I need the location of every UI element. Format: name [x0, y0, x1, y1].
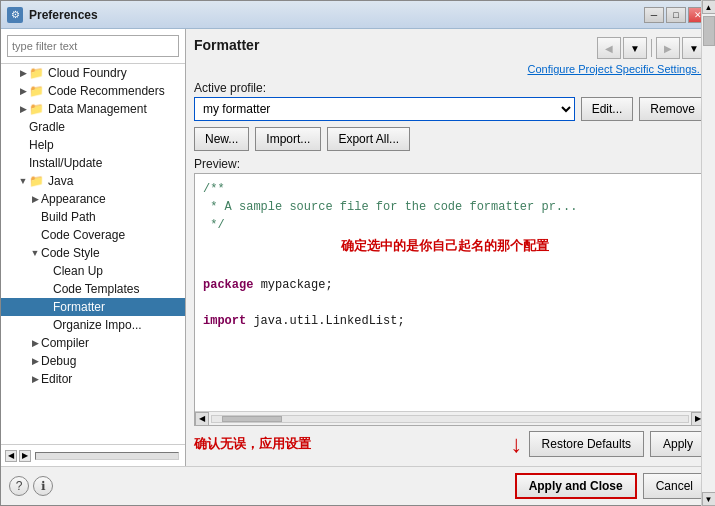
- tree-arrow: ▶: [17, 86, 29, 96]
- tree-arrow: [17, 158, 29, 168]
- filter-box: [1, 29, 185, 64]
- forward-button[interactable]: ▶: [656, 37, 680, 59]
- preview-label: Preview:: [194, 157, 706, 171]
- tree-item-build-path[interactable]: Build Path: [1, 208, 185, 226]
- tree-item-code-recommenders[interactable]: ▶ 📁 Code Recommenders: [1, 82, 185, 100]
- left-panel: ▶ 📁 Cloud Foundry ▶ 📁 Code Recommenders …: [1, 29, 186, 466]
- tree-item-java[interactable]: ▼ 📁 Java: [1, 172, 185, 190]
- tree-label: Code Style: [41, 246, 100, 260]
- tree-arrow: ▶: [17, 104, 29, 114]
- code-comment-1: /**: [203, 182, 225, 196]
- tree-item-compiler[interactable]: ▶ Compiler: [1, 334, 185, 352]
- apply-and-close-button[interactable]: Apply and Close: [515, 473, 637, 499]
- preview-inner: /** * A sample source file for the code …: [195, 174, 705, 411]
- tree-arrow: [41, 284, 53, 294]
- tree-label: Compiler: [41, 336, 89, 350]
- panel-title: Formatter: [194, 37, 259, 53]
- tree-label: Java: [48, 174, 73, 188]
- tree-item-data-management[interactable]: ▶ 📁 Data Management: [1, 100, 185, 118]
- preview-scrollbar: ▲ ▼: [701, 174, 705, 411]
- preferences-window: ⚙ Preferences ─ □ ✕ ▶ 📁 Cloud Foundry: [0, 0, 715, 506]
- annotation-1: 确定选中的是你自己起名的那个配置: [203, 236, 687, 256]
- tree-item-code-templates[interactable]: Code Templates: [1, 280, 185, 298]
- tree-label: Appearance: [41, 192, 106, 206]
- tree-arrow: ▶: [29, 194, 41, 204]
- tree-label: Data Management: [48, 102, 147, 116]
- scroll-right-button[interactable]: ▶: [19, 450, 31, 462]
- tree-label: Editor: [41, 372, 72, 386]
- red-arrow-down-icon: ↓: [511, 430, 523, 458]
- tree-item-formatter[interactable]: Formatter: [1, 298, 185, 316]
- preview-wrapper: /** * A sample source file for the code …: [194, 173, 706, 426]
- maximize-button[interactable]: □: [666, 7, 686, 23]
- cancel-button[interactable]: Cancel: [643, 473, 706, 499]
- remove-button[interactable]: Remove: [639, 97, 706, 121]
- left-bottom-bar: ◀ ▶: [1, 444, 185, 466]
- tree-item-code-coverage[interactable]: Code Coverage: [1, 226, 185, 244]
- tree-item-help[interactable]: Help: [1, 136, 185, 154]
- tree-label: Code Recommenders: [48, 84, 165, 98]
- tree-item-debug[interactable]: ▶ Debug: [1, 352, 185, 370]
- code-comment-2: * A sample source file for the code form…: [203, 200, 577, 214]
- new-button[interactable]: New...: [194, 127, 249, 151]
- import-button[interactable]: Import...: [255, 127, 321, 151]
- tree-item-editor[interactable]: ▶ Editor: [1, 370, 185, 388]
- help-button[interactable]: ?: [9, 476, 29, 496]
- tree-arrow: ▶: [29, 374, 41, 384]
- tree-arrow: [29, 230, 41, 240]
- action-row: New... Import... Export All...: [194, 127, 706, 151]
- tree-item-cloud-foundry[interactable]: ▶ 📁 Cloud Foundry: [1, 64, 185, 82]
- tree-label: Clean Up: [53, 264, 103, 278]
- tree-label: Organize Impo...: [53, 318, 142, 332]
- tree-arrow: ▶: [29, 356, 41, 366]
- export-all-button[interactable]: Export All...: [327, 127, 410, 151]
- code-keyword-package: package: [203, 278, 253, 292]
- folder-icon: 📁: [29, 84, 44, 98]
- tree-item-appearance[interactable]: ▶ Appearance: [1, 190, 185, 208]
- annotation-2: 确认无误，应用设置: [194, 435, 311, 453]
- horizontal-scrollbar[interactable]: [35, 452, 179, 460]
- profile-select[interactable]: my formatter: [194, 97, 575, 121]
- window-icon: ⚙: [7, 7, 23, 23]
- tree-arrow: [29, 212, 41, 222]
- edit-button[interactable]: Edit...: [581, 97, 634, 121]
- apply-button[interactable]: Apply: [650, 431, 706, 457]
- tree-label: Gradle: [29, 120, 65, 134]
- tree-item-install-update[interactable]: Install/Update: [1, 154, 185, 172]
- tree-item-clean-up[interactable]: Clean Up: [1, 262, 185, 280]
- back-button[interactable]: ◀: [597, 37, 621, 59]
- minimize-button[interactable]: ─: [644, 7, 664, 23]
- right-panel: Formatter ◀ ▼ ▶ ▼ Configure Project Spec…: [186, 29, 714, 466]
- code-comment-3: */: [203, 218, 225, 232]
- tree-arrow: [17, 122, 29, 132]
- tree-item-gradle[interactable]: Gradle: [1, 118, 185, 136]
- tree-arrow: ▼: [29, 248, 41, 258]
- tree-arrow: [41, 266, 53, 276]
- tree-item-organize-imports[interactable]: Organize Impo...: [1, 316, 185, 334]
- tree-item-code-style[interactable]: ▼ Code Style: [1, 244, 185, 262]
- tree-arrow: [41, 320, 53, 330]
- info-button[interactable]: ℹ: [33, 476, 53, 496]
- code-import-name: java.util.LinkedList;: [253, 314, 404, 328]
- folder-icon: 📁: [29, 66, 44, 80]
- bottom-bar: ? ℹ Apply and Close Cancel: [1, 466, 714, 505]
- tree-arrow: [41, 302, 53, 312]
- tree-label: Help: [29, 138, 54, 152]
- title-bar: ⚙ Preferences ─ □ ✕: [1, 1, 714, 29]
- h-scroll-thumb[interactable]: [222, 416, 282, 422]
- tree-arrow: [17, 140, 29, 150]
- window-controls: ─ □ ✕: [644, 7, 708, 23]
- tree-label: Formatter: [53, 300, 105, 314]
- tree-arrow: ▼: [17, 176, 29, 186]
- restore-defaults-button[interactable]: Restore Defaults: [529, 431, 644, 457]
- tree-label: Cloud Foundry: [48, 66, 127, 80]
- config-link[interactable]: Configure Project Specific Settings...: [194, 63, 706, 75]
- tree-area: ▶ 📁 Cloud Foundry ▶ 📁 Code Recommenders …: [1, 64, 185, 444]
- tree-label: Debug: [41, 354, 76, 368]
- tree-label: Code Coverage: [41, 228, 125, 242]
- h-scroll-left-button[interactable]: ◀: [195, 412, 209, 426]
- tree-label: Code Templates: [53, 282, 140, 296]
- nav-dropdown-button[interactable]: ▼: [623, 37, 647, 59]
- filter-input[interactable]: [7, 35, 179, 57]
- scroll-left-button[interactable]: ◀: [5, 450, 17, 462]
